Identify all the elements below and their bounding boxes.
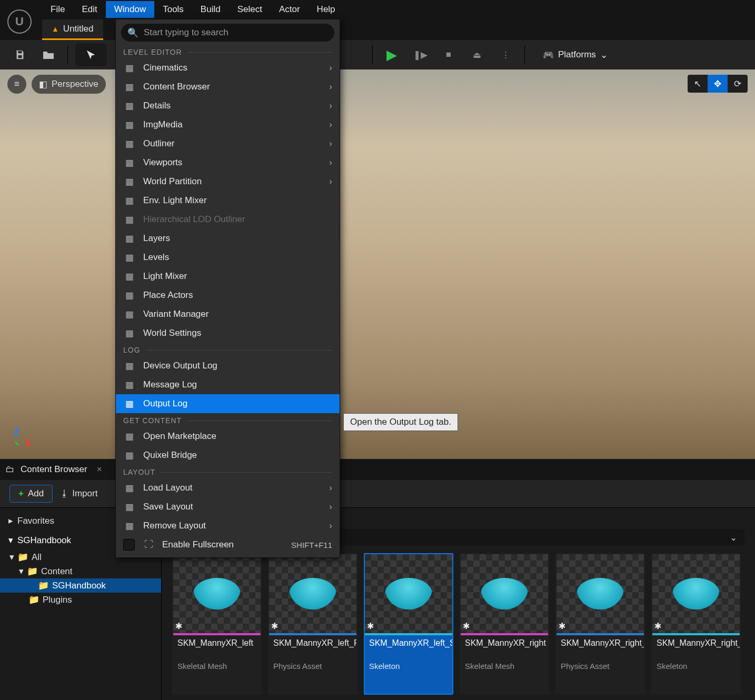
select-gizmo[interactable]: ↖ xyxy=(688,75,708,93)
menu-item-label: Variant Manager xyxy=(143,309,208,319)
unsaved-icon: ▲ xyxy=(52,25,59,33)
tree-node-content[interactable]: ▾📁Content xyxy=(0,564,161,578)
menu-item-save-layout[interactable]: ▦Save Layout› xyxy=(116,497,340,516)
menu-item-quixel-bridge[interactable]: ▦Quixel Bridge xyxy=(116,446,340,465)
rotate-gizmo[interactable]: ⟳ xyxy=(728,75,748,93)
chevron-down-icon: ⌄ xyxy=(600,49,608,61)
menu-item-env-light-mixer[interactable]: ▦Env. Light Mixer xyxy=(116,191,340,210)
asset-name: SKM_MannyXR_left xyxy=(173,635,261,661)
platforms-dropdown[interactable]: 🎮 Platforms ⌄ xyxy=(543,49,608,61)
menu-item-content-browser[interactable]: ▦Content Browser› xyxy=(116,77,340,96)
stop-button[interactable]: ■ xyxy=(437,43,460,66)
document-tab-label: Untitled xyxy=(63,24,94,34)
menu-item-icon: ▦ xyxy=(123,101,136,112)
chevron-right-icon: › xyxy=(329,157,332,168)
menu-item-details[interactable]: ▦Details› xyxy=(116,96,340,115)
menu-item-icon: ▦ xyxy=(123,176,136,187)
menu-help[interactable]: Help xyxy=(309,1,344,18)
save-icon xyxy=(14,49,26,61)
menu-item-open-marketplace[interactable]: ▦Open Marketplace xyxy=(116,427,340,446)
step-button[interactable]: ❚▶ xyxy=(409,43,432,66)
ue-logo[interactable]: U xyxy=(7,9,32,34)
asset-star-icon: ✱ xyxy=(559,621,565,631)
document-tab[interactable]: ▲ Untitled xyxy=(42,19,103,40)
viewport-toolbar: ≡ ◧ Perspective xyxy=(7,75,106,94)
asset-name: SKM_MannyXR_right xyxy=(461,635,548,661)
menu-item-label: Layers xyxy=(143,233,170,244)
menu-item-viewports[interactable]: ▦Viewports› xyxy=(116,153,340,172)
menu-item-enable-fullscreen[interactable]: ⛶ Enable Fullscreen SHIFT+F11 xyxy=(116,535,340,554)
menu-item-output-log[interactable]: ▦Output Log xyxy=(116,394,340,413)
menu-item-label: Open Marketplace xyxy=(143,431,216,442)
folder-icon: 📁 xyxy=(38,580,49,591)
import-button[interactable]: ⭳ Import xyxy=(60,488,97,499)
tree-label: Plugins xyxy=(43,595,72,605)
asset-tile[interactable]: ✱SKM_MannyXR_leftSkeletal Mesh xyxy=(172,553,262,695)
menu-tools[interactable]: Tools xyxy=(154,1,192,18)
menu-select[interactable]: Select xyxy=(229,1,271,18)
menu-build[interactable]: Build xyxy=(192,1,229,18)
browse-button[interactable] xyxy=(37,43,60,66)
menu-item-cinematics[interactable]: ▦Cinematics› xyxy=(116,58,340,77)
gamepad-icon: 🎮 xyxy=(543,49,554,61)
content-browser-tabbar: 🗀 Content Browser × xyxy=(0,459,755,480)
menu-item-imgmedia[interactable]: ▦ImgMedia› xyxy=(116,115,340,134)
eject-button[interactable]: ⏏ xyxy=(465,43,489,66)
menu-item-world-partition[interactable]: ▦World Partition› xyxy=(116,172,340,191)
menu-search-input[interactable]: 🔍 Start typing to search xyxy=(121,24,334,42)
level-viewport[interactable]: ≡ ◧ Perspective ↖ ✥ ⟳ Z ⬊ X xyxy=(0,69,755,459)
asset-type: Skeleton xyxy=(652,661,740,675)
modes-button[interactable] xyxy=(75,43,107,66)
menu-item-layers[interactable]: ▦Layers xyxy=(116,229,340,248)
asset-thumbnail: ✱ xyxy=(461,554,548,633)
menu-section-header: GET CONTENT xyxy=(116,413,340,427)
menu-item-shortcut: SHIFT+F11 xyxy=(291,541,332,549)
menu-item-label: Output Log xyxy=(143,398,187,409)
chevron-right-icon: › xyxy=(329,63,332,73)
asset-tile[interactable]: ✱SKM_MannyXR_left_PhysicsAssetPhysics As… xyxy=(268,553,357,695)
menu-item-icon: ▦ xyxy=(123,271,136,282)
asset-tile[interactable]: ✱SKM_MannyXR_right_SkeletonSkeleton xyxy=(651,553,741,695)
asset-tile[interactable]: ✱SKM_MannyXR_right_PhysicsAssetPhysics A… xyxy=(555,553,645,695)
menu-item-variant-manager[interactable]: ▦Variant Manager xyxy=(116,305,340,324)
menu-section-header: LOG xyxy=(116,343,340,356)
menu-item-icon: ▦ xyxy=(123,309,136,320)
window-menu-dropdown: 🔍 Start typing to search LEVEL EDITOR▦Ci… xyxy=(115,19,340,558)
asset-tile[interactable]: ✱SKM_MannyXR_rightSkeletal Mesh xyxy=(460,553,549,695)
menu-item-world-settings[interactable]: ▦World Settings xyxy=(116,324,340,343)
platforms-label: Platforms xyxy=(558,49,596,60)
play-options-button[interactable]: ⋮ xyxy=(494,43,517,66)
menu-edit[interactable]: Edit xyxy=(73,1,105,18)
menu-window[interactable]: Window xyxy=(106,1,154,18)
menu-item-label: Place Actors xyxy=(143,290,193,301)
viewport-perspective-button[interactable]: ◧ Perspective xyxy=(32,75,106,94)
translate-gizmo[interactable]: ✥ xyxy=(708,75,728,93)
content-browser-tab[interactable]: Content Browser xyxy=(21,464,87,475)
menu-file[interactable]: File xyxy=(42,1,73,18)
menu-item-place-actors[interactable]: ▦Place Actors xyxy=(116,286,340,305)
menu-item-light-mixer[interactable]: ▦Light Mixer xyxy=(116,267,340,286)
asset-tile[interactable]: ✱SKM_MannyXR_left_SkeletonSkeleton xyxy=(364,553,453,695)
menu-item-levels[interactable]: ▦Levels xyxy=(116,248,340,267)
menu-item-icon: ▦ xyxy=(123,290,136,301)
tree-node-sghandbook[interactable]: 📁SGHandbook xyxy=(0,578,161,593)
menu-item-load-layout[interactable]: ▦Load Layout› xyxy=(116,478,340,497)
main-toolbar: ▶ ❚▶ ■ ⏏ ⋮ 🎮 Platforms ⌄ xyxy=(0,40,755,70)
chevron-down-icon: ⌄ xyxy=(730,532,737,543)
save-button[interactable] xyxy=(8,43,32,66)
toolbar-separator xyxy=(524,45,525,64)
menu-actor[interactable]: Actor xyxy=(271,1,309,18)
menu-item-remove-layout[interactable]: ▦Remove Layout› xyxy=(116,516,340,535)
menu-item-label: Levels xyxy=(143,252,169,263)
play-button[interactable]: ▶ xyxy=(380,43,403,66)
menu-item-message-log[interactable]: ▦Message Log xyxy=(116,375,340,394)
viewport-options-button[interactable]: ≡ xyxy=(7,75,26,94)
tree-node-plugins[interactable]: 📁Plugins xyxy=(0,593,161,607)
add-button[interactable]: + Add xyxy=(9,485,53,503)
menu-item-outliner[interactable]: ▦Outliner› xyxy=(116,134,340,153)
close-icon[interactable]: × xyxy=(97,464,102,475)
search-icon: 🔍 xyxy=(127,27,138,38)
menubar: FileEditWindowToolsBuildSelectActorHelp xyxy=(0,0,755,19)
menu-item-label: World Partition xyxy=(143,176,202,187)
menu-item-device-output-log[interactable]: ▦Device Output Log xyxy=(116,356,340,375)
